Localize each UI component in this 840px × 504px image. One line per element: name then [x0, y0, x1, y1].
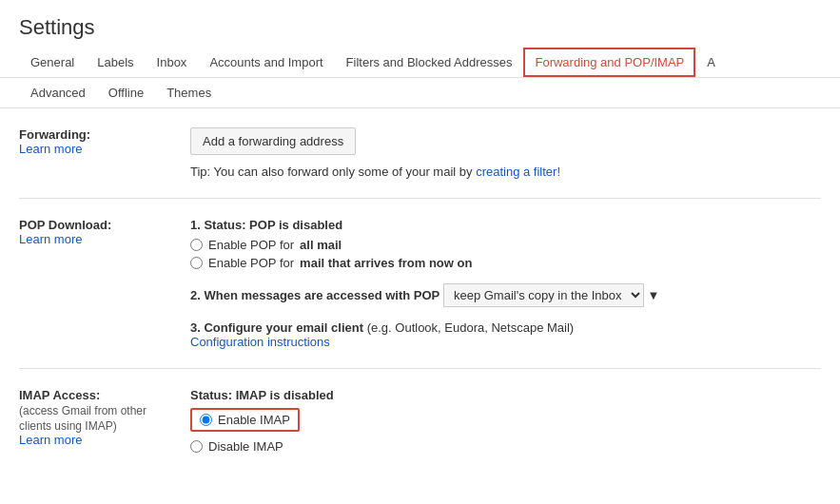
imap-label-title: IMAP Access:	[19, 388, 190, 402]
pop-download-section: POP Download: Learn more 1. Status: POP …	[19, 199, 821, 369]
forwarding-label-col: Forwarding: Learn more	[19, 127, 190, 156]
pop-section3-sub: (e.g. Outlook, Eudora, Netscape Mail)	[367, 320, 575, 335]
settings-content: Forwarding: Learn more Add a forwarding …	[0, 108, 840, 476]
pop-section2-label: 2. When messages are accessed with POP	[190, 288, 440, 302]
imap-enable-label: Enable IMAP	[218, 413, 290, 427]
pop-select-arrow: ▼	[648, 288, 660, 302]
tab-advanced[interactable]: Advanced	[19, 78, 97, 107]
forwarding-content: Add a forwarding address Tip: You can al…	[190, 127, 821, 179]
pop-label-col: POP Download: Learn more	[19, 218, 190, 246]
config-instructions-link[interactable]: Configuration instructions	[190, 335, 330, 349]
tab-labels[interactable]: Labels	[86, 48, 145, 77]
page-title: Settings	[0, 0, 840, 48]
tab-forwarding-pop-imap[interactable]: Forwarding and POP/IMAP	[523, 48, 695, 77]
imap-disable-radio[interactable]	[190, 440, 203, 453]
pop-option1-row: Enable POP for all mail	[190, 238, 821, 252]
tab-accounts-import[interactable]: Accounts and Import	[198, 48, 334, 77]
imap-label-col: IMAP Access: (access Gmail from other cl…	[19, 388, 190, 447]
pop-option2-prefix: Enable POP for	[208, 256, 294, 270]
tab-offline[interactable]: Offline	[97, 78, 155, 107]
tabs-row1: General Labels Inbox Accounts and Import…	[0, 48, 840, 78]
imap-label-sub2: clients using IMAP)	[19, 419, 190, 433]
pop-label-title: POP Download:	[19, 218, 190, 232]
imap-content: Status: IMAP is disabled Enable IMAP Dis…	[190, 388, 821, 457]
imap-disable-row: Disable IMAP	[190, 439, 821, 454]
imap-access-section: IMAP Access: (access Gmail from other cl…	[19, 369, 821, 476]
pop-option2-radio[interactable]	[190, 257, 203, 269]
pop-option1-prefix: Enable POP for	[208, 238, 294, 252]
pop-option2-row: Enable POP for mail that arrives from no…	[190, 256, 821, 270]
pop-status: 1. Status: POP is disabled	[190, 218, 821, 232]
pop-section3: 3. Configure your email client (e.g. Out…	[190, 320, 821, 349]
add-forwarding-address-button[interactable]: Add a forwarding address	[190, 127, 356, 155]
imap-enable-radio[interactable]	[200, 414, 212, 426]
tab-filters-blocked[interactable]: Filters and Blocked Addresses	[335, 48, 524, 77]
forwarding-label-title: Forwarding:	[19, 127, 190, 142]
pop-option2-bold: mail that arrives from now on	[300, 256, 472, 270]
forwarding-section: Forwarding: Learn more Add a forwarding …	[19, 108, 821, 199]
forwarding-learn-more[interactable]: Learn more	[19, 142, 82, 156]
tabs-row2: Advanced Offline Themes	[0, 78, 840, 108]
pop-section3-label: 3. Configure your email client	[190, 320, 363, 335]
forwarding-tip: Tip: You can also forward only some of y…	[190, 165, 821, 179]
tab-general[interactable]: General	[19, 48, 86, 77]
tip-text-prefix: Tip: You can also forward only some of y…	[190, 165, 473, 179]
imap-learn-more[interactable]: Learn more	[19, 433, 82, 447]
imap-status: Status: IMAP is disabled	[190, 388, 821, 402]
tab-addons[interactable]: A	[695, 48, 727, 77]
pop-content: 1. Status: POP is disabled Enable POP fo…	[190, 218, 821, 349]
imap-enable-row: Enable IMAP	[190, 408, 300, 432]
tip-filter-link[interactable]: creating a filter!	[476, 165, 560, 179]
imap-label-sub1: (access Gmail from other	[19, 404, 190, 417]
pop-learn-more[interactable]: Learn more	[19, 232, 82, 246]
pop-access-select[interactable]: keep Gmail's copy in the Inbox	[443, 283, 644, 307]
pop-option1-radio[interactable]	[190, 239, 203, 251]
tab-inbox[interactable]: Inbox	[146, 48, 199, 77]
pop-option1-bold: all mail	[300, 238, 342, 252]
pop-section2: 2. When messages are accessed with POP k…	[190, 283, 821, 307]
imap-disable-label: Disable IMAP	[208, 439, 283, 454]
tab-themes[interactable]: Themes	[155, 78, 223, 107]
